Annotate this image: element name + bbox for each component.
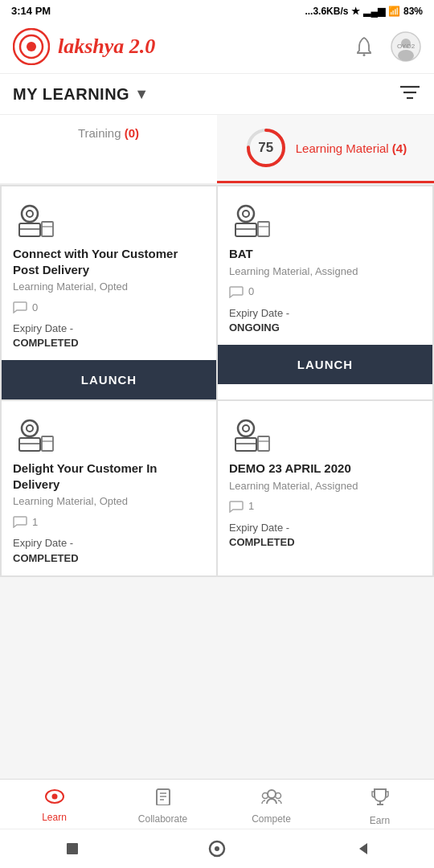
status-bar: 3:14 PM ...3.6KB/s ★ ▂▄▆ 📶 83% [0, 0, 434, 22]
tab-training[interactable]: Training (0) [0, 115, 217, 183]
card-4: DEMO 23 APRIL 2020 Learning Material, As… [218, 401, 432, 575]
app-header: lakshya 2.0 OYO2 [0, 22, 434, 74]
card-4-comments: 1 [229, 500, 421, 513]
page-title: MY LEARNING ▼ [13, 85, 149, 104]
svg-point-19 [238, 206, 254, 222]
svg-point-6 [398, 50, 414, 61]
svg-rect-35 [258, 436, 269, 451]
svg-point-50 [215, 846, 219, 851]
earn-label: Earn [370, 815, 390, 826]
bottom-navigation: Learn Collaborate Compete [0, 779, 434, 833]
status-icons: ...3.6KB/s ★ ▂▄▆ 📶 83% [305, 6, 423, 17]
card-2-launch-button[interactable]: LAUNCH [218, 345, 432, 384]
status-time: 3:14 PM [11, 5, 51, 17]
svg-rect-27 [19, 438, 40, 451]
svg-rect-23 [258, 222, 269, 236]
svg-rect-21 [235, 223, 256, 236]
svg-rect-39 [157, 789, 170, 805]
card-2: BAT Learning Material, Assigned 0 Expiry… [218, 186, 432, 399]
nav-learn[interactable]: Learn [0, 780, 108, 833]
card-3-comments: 1 [13, 515, 205, 528]
wifi-icon: 📶 [388, 6, 400, 17]
filter-button[interactable] [399, 84, 421, 104]
card-1-launch-button[interactable]: LAUNCH [2, 360, 216, 399]
user-avatar[interactable]: OYO2 [391, 31, 421, 62]
svg-point-43 [268, 790, 276, 798]
trophy-icon [371, 788, 389, 812]
svg-point-31 [238, 420, 254, 436]
svg-rect-17 [42, 222, 53, 236]
logo-icon [13, 28, 50, 65]
eye-icon [45, 788, 64, 809]
card-3: Delight Your Customer In Delivery Learni… [2, 401, 216, 575]
svg-point-32 [243, 425, 249, 432]
back-button[interactable] [350, 837, 373, 860]
card-1-expiry: Expiry Date - COMPLETED [13, 321, 205, 350]
compete-icon [261, 788, 282, 810]
tabs-bar: Training (0) 75 Learning Material (4) [0, 115, 434, 185]
nav-earn[interactable]: Earn [326, 780, 434, 833]
card-4-subtitle: Learning Material, Assigned [229, 480, 421, 492]
svg-point-14 [27, 211, 33, 217]
svg-point-20 [243, 211, 249, 217]
collaborate-label: Collaborate [138, 813, 187, 825]
network-speed: ...3.6KB/s [305, 6, 348, 17]
svg-point-13 [22, 206, 38, 222]
svg-rect-48 [67, 843, 78, 854]
svg-point-2 [27, 42, 36, 51]
card-2-title: BAT [229, 246, 421, 262]
collaborate-icon [154, 788, 172, 810]
card-3-subtitle: Learning Material, Opted [13, 495, 205, 507]
learn-label: Learn [42, 812, 67, 823]
bt-icon: ★ [351, 6, 360, 17]
card-3-expiry: Expiry Date - COMPLETED [13, 536, 205, 565]
logo-text: lakshya 2.0 [58, 35, 155, 59]
card-2-subtitle: Learning Material, Assigned [229, 265, 421, 277]
nav-collaborate[interactable]: Collaborate [108, 780, 217, 833]
notification-bell[interactable] [349, 31, 379, 62]
course-icon-4 [229, 414, 276, 461]
card-3-title: Delight Your Customer In Delivery [13, 461, 205, 492]
progress-circle: 75 [244, 126, 288, 170]
course-icon-1 [13, 199, 59, 246]
card-1-subtitle: Learning Material, Opted [13, 280, 205, 293]
card-2-expiry: Expiry Date - ONGOING [229, 306, 421, 335]
cards-grid: Connect with Your Customer Post Delivery… [0, 185, 434, 577]
svg-text:OYO2: OYO2 [397, 43, 416, 50]
battery-icon: 83% [403, 6, 423, 17]
tab-learning[interactable]: 75 Learning Material (4) [217, 115, 434, 183]
system-navigation [0, 829, 434, 868]
card-4-expiry: Expiry Date - COMPLETED [229, 521, 421, 550]
card-1-comments: 0 [13, 301, 205, 313]
svg-point-3 [363, 54, 366, 56]
course-icon-3 [13, 414, 59, 461]
course-icon-2 [229, 199, 276, 246]
svg-point-25 [22, 420, 38, 436]
compete-label: Compete [252, 813, 291, 825]
card-4-title: DEMO 23 APRIL 2020 [229, 461, 421, 477]
signal-icon: ▂▄▆ [363, 6, 385, 17]
card-1: Connect with Your Customer Post Delivery… [2, 186, 216, 399]
header-actions: OYO2 [349, 31, 421, 62]
nav-title-bar: MY LEARNING ▼ [0, 74, 434, 115]
svg-rect-29 [42, 436, 53, 451]
svg-rect-15 [19, 223, 40, 236]
svg-rect-33 [235, 438, 256, 451]
recent-apps-button[interactable] [61, 837, 84, 860]
card-1-title: Connect with Your Customer Post Delivery [13, 246, 205, 277]
home-button[interactable] [206, 837, 228, 860]
card-2-comments: 0 [229, 285, 421, 298]
svg-point-38 [51, 794, 57, 800]
dropdown-chevron[interactable]: ▼ [134, 86, 149, 103]
nav-compete[interactable]: Compete [217, 780, 326, 833]
svg-point-26 [27, 425, 33, 432]
svg-marker-51 [359, 843, 367, 854]
logo-area: lakshya 2.0 [13, 28, 155, 65]
